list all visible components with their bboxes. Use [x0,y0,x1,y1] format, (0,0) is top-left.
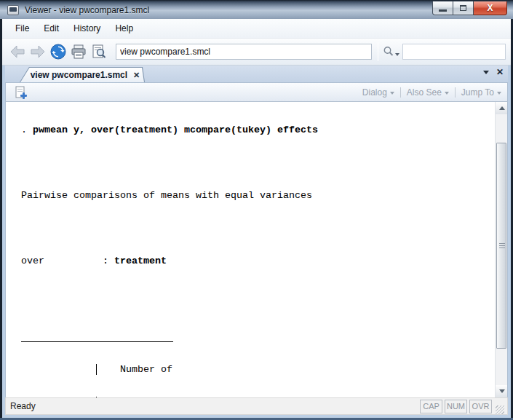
also-see-menu-button[interactable]: Also See [407,87,449,98]
tab-label: view pwcompare1.smcl [31,70,127,80]
t1-header1: Number of [97,364,172,375]
command-line: . pwmean y, over(treatment) mcompare(tuk… [21,124,495,135]
search-input[interactable] [402,44,506,60]
refresh-icon [50,44,66,60]
tab-view-pwcompare1[interactable]: view pwcompare1.smcl ✕ [20,67,145,82]
num-indicator: NUM [445,400,467,413]
print-button[interactable] [69,42,88,61]
menu-history[interactable]: History [66,20,108,36]
tab-list-dropdown-icon[interactable] [483,71,489,74]
jump-to-menu-button[interactable]: Jump To [461,87,501,98]
new-viewer-icon [14,85,28,100]
refresh-button[interactable] [49,42,68,61]
status-text: Ready [10,401,36,411]
close-button[interactable]: X [474,1,507,15]
print-preview-icon [91,44,107,60]
search-options-button[interactable] [383,46,399,58]
also-see-caret-icon [445,92,449,95]
search-caret-icon [395,53,399,56]
menu-help[interactable]: Help [108,20,140,36]
output-pane[interactable]: . pwmean y, over(treatment) mcompare(tuk… [5,102,508,397]
status-bar: Ready CAP NUM OVR [5,397,508,415]
maximize-icon [460,5,466,11]
menu-bar: File Edit History Help [2,19,511,39]
maximize-button[interactable] [453,1,474,15]
dialog-caret-icon [390,92,394,95]
close-icon: X [487,3,493,13]
menu-edit[interactable]: Edit [36,20,66,36]
toolbar-separator [378,42,378,61]
menu-file[interactable]: File [8,20,36,36]
viewer-window: Viewer - view pwcompare1.smcl X File Edi… [0,0,513,420]
cap-indicator: CAP [420,400,442,413]
scrollbar-thumb[interactable] [496,143,506,349]
tab-bar: view pwcompare1.smcl ✕ ✕ [5,66,508,82]
stata-output: . pwmean y, over(treatment) mcompare(tuk… [6,102,495,397]
search-icon [383,46,394,58]
back-button[interactable] [8,42,27,61]
minimize-icon [439,9,447,12]
minimize-button[interactable] [432,1,453,15]
viewer-toolbar: Dialog Also See Jump To [5,82,508,102]
dialog-menu-button[interactable]: Dialog [362,87,394,98]
tab-close-icon[interactable]: ✕ [133,71,140,80]
client-frame: view pwcompare1.smcl ✕ ✕ Di [2,66,511,418]
scroll-down-button[interactable] [496,385,508,397]
toolbar2-separator [455,87,456,98]
new-viewer-button[interactable] [12,83,31,102]
address-input[interactable] [116,44,372,60]
comparisons-table: Number of Comparisons treatment10 [21,320,495,397]
ovr-indicator: OVR [469,400,492,413]
tabbar-close-icon[interactable]: ✕ [496,68,504,76]
app-icon [7,5,19,15]
print-icon [71,44,87,60]
title-bar[interactable]: Viewer - view pwcompare1.smcl X [0,0,513,19]
scroll-up-icon [499,106,505,110]
output-subtitle: Pairwise comparisons of means with equal… [21,190,495,201]
print-preview-button[interactable] [90,42,108,61]
command-text: pwmean y, over(treatment) mcompare(tukey… [33,124,318,135]
toolbar [2,39,511,66]
back-icon [9,45,25,58]
jump-to-caret-icon [497,92,501,95]
scroll-down-icon [499,389,505,393]
over-line: over : treatment [21,255,495,266]
forward-button[interactable] [28,42,47,61]
scrollbar-grip [499,243,505,249]
scroll-up-button[interactable] [496,102,508,114]
toolbar2-separator [400,87,401,98]
forward-icon [30,45,46,58]
window-title: Viewer - view pwcompare1.smcl [25,5,149,15]
resize-grip[interactable] [496,405,504,414]
vertical-scrollbar[interactable] [495,102,507,397]
